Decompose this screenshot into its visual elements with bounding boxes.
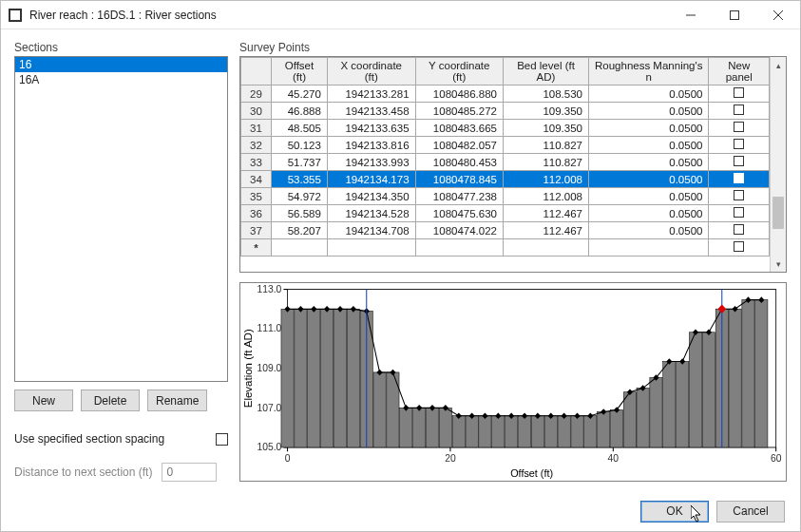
column-header[interactable]: Y coordinate (ft) xyxy=(415,58,503,86)
section-item[interactable]: 16A xyxy=(15,72,227,87)
profile-chart: 105.0107.0109.0111.0113.00204060Offset (… xyxy=(239,282,787,482)
sections-listbox[interactable]: 1616A xyxy=(14,56,228,382)
titlebar: River reach : 16DS.1 : River sections xyxy=(1,1,800,29)
svg-rect-38 xyxy=(452,416,465,447)
window-title: River reach : 16DS.1 : River sections xyxy=(29,9,669,22)
column-header[interactable]: New panel xyxy=(709,58,770,86)
table-row[interactable]: 3758.2071942134.7081080474.022112.4670.0… xyxy=(241,222,770,239)
svg-text:60: 60 xyxy=(771,452,782,464)
svg-text:113.0: 113.0 xyxy=(257,283,282,294)
ok-button[interactable]: OK xyxy=(640,501,709,522)
svg-rect-43 xyxy=(518,416,530,447)
scroll-down-icon[interactable]: ▾ xyxy=(771,256,786,272)
panel-checkbox[interactable] xyxy=(734,122,744,132)
svg-text:Offset (ft): Offset (ft) xyxy=(510,466,553,478)
svg-rect-44 xyxy=(531,416,544,447)
dialog-footer: OK Cancel xyxy=(1,491,800,531)
svg-text:Elevation (ft AD): Elevation (ft AD) xyxy=(243,329,255,408)
survey-table[interactable]: Offset (ft)X coordinate (ft)Y coordinate… xyxy=(240,57,770,256)
svg-text:20: 20 xyxy=(445,452,456,464)
rename-button[interactable]: Rename xyxy=(147,390,207,411)
distance-label: Distance to next section (ft) xyxy=(14,466,152,479)
svg-rect-35 xyxy=(413,408,426,447)
table-row[interactable]: 3351.7371942133.9931080480.453110.8270.0… xyxy=(241,154,770,171)
svg-rect-57 xyxy=(702,332,715,447)
column-header[interactable]: X coordinate (ft) xyxy=(327,58,415,86)
table-row[interactable]: 3046.8881942133.4581080485.272109.3500.0… xyxy=(241,103,770,120)
svg-rect-52 xyxy=(637,389,649,447)
maximize-button[interactable] xyxy=(713,1,756,28)
use-spacing-label: Use specified section spacing xyxy=(14,432,216,446)
svg-rect-1 xyxy=(731,10,739,19)
svg-rect-37 xyxy=(439,408,451,447)
svg-text:0: 0 xyxy=(285,452,291,464)
table-row[interactable]: 3148.5051942133.6351080483.665109.3500.0… xyxy=(241,120,770,137)
cancel-button[interactable]: Cancel xyxy=(716,501,785,522)
svg-rect-48 xyxy=(584,416,597,447)
table-row[interactable]: 3453.3551942134.1731080478.845112.0080.0… xyxy=(241,171,770,188)
column-header[interactable]: Bed level (ft AD) xyxy=(504,58,589,86)
distance-input: 0 xyxy=(162,463,217,482)
table-row[interactable]: 3656.5891942134.5281080475.630112.4670.0… xyxy=(241,205,770,222)
svg-rect-56 xyxy=(689,332,701,447)
svg-text:40: 40 xyxy=(608,452,620,464)
use-spacing-checkbox[interactable] xyxy=(216,433,228,446)
panel-checkbox[interactable] xyxy=(734,139,744,149)
svg-rect-55 xyxy=(677,361,689,446)
column-header[interactable]: Roughness Manning's n xyxy=(588,58,708,86)
minimize-button[interactable] xyxy=(669,1,713,28)
svg-rect-25 xyxy=(281,309,294,447)
svg-rect-54 xyxy=(663,361,676,446)
svg-rect-46 xyxy=(558,416,570,447)
panel-checkbox[interactable] xyxy=(734,190,744,200)
panel-checkbox[interactable] xyxy=(734,224,744,235)
new-button[interactable]: New xyxy=(14,390,73,411)
svg-rect-36 xyxy=(426,408,438,447)
column-header[interactable]: Offset (ft) xyxy=(272,58,328,86)
svg-text:107.0: 107.0 xyxy=(257,401,282,412)
delete-button[interactable]: Delete xyxy=(81,390,140,411)
svg-rect-41 xyxy=(492,416,505,447)
svg-rect-40 xyxy=(479,416,491,447)
svg-rect-29 xyxy=(334,309,346,447)
svg-rect-61 xyxy=(755,300,768,447)
close-button[interactable] xyxy=(756,1,800,28)
svg-rect-32 xyxy=(373,372,386,447)
table-row[interactable]: * xyxy=(241,239,770,256)
sections-panel: Sections 1616A New Delete Rename Use spe… xyxy=(14,41,228,482)
svg-rect-39 xyxy=(466,416,478,447)
table-scrollbar[interactable]: ▴ ▾ xyxy=(770,57,786,272)
column-header[interactable] xyxy=(241,58,272,86)
svg-rect-50 xyxy=(610,409,622,447)
dialog-window: River reach : 16DS.1 : River sections Se… xyxy=(0,0,801,532)
svg-rect-34 xyxy=(400,408,412,447)
panel-checkbox[interactable] xyxy=(734,156,744,166)
panel-checkbox[interactable] xyxy=(734,207,744,218)
panel-checkbox[interactable] xyxy=(734,241,744,252)
svg-rect-60 xyxy=(742,300,754,447)
app-icon xyxy=(9,9,22,22)
scroll-up-icon[interactable]: ▴ xyxy=(771,57,786,73)
survey-label: Survey Points xyxy=(239,41,787,54)
section-item[interactable]: 16 xyxy=(15,57,227,72)
survey-table-wrap: Offset (ft)X coordinate (ft)Y coordinate… xyxy=(239,56,787,273)
svg-text:109.0: 109.0 xyxy=(257,362,282,373)
svg-rect-28 xyxy=(321,309,334,447)
svg-text:105.0: 105.0 xyxy=(257,441,282,452)
table-row[interactable]: 2945.2701942133.2811080486.880108.5300.0… xyxy=(241,86,770,103)
scroll-thumb[interactable] xyxy=(772,197,784,229)
panel-checkbox[interactable] xyxy=(734,87,744,98)
panel-checkbox[interactable] xyxy=(734,104,744,115)
svg-rect-42 xyxy=(505,416,518,447)
table-row[interactable]: 3250.1231942133.8161080482.057110.8270.0… xyxy=(241,137,770,154)
svg-text:111.0: 111.0 xyxy=(257,322,282,333)
panel-checkbox[interactable] xyxy=(734,173,744,183)
svg-rect-49 xyxy=(598,412,610,447)
svg-rect-30 xyxy=(347,309,359,447)
svg-rect-53 xyxy=(650,378,662,447)
svg-rect-27 xyxy=(308,309,320,447)
survey-panel: Survey Points Offset (ft)X coordinate (f… xyxy=(239,41,787,482)
svg-rect-45 xyxy=(544,416,557,447)
svg-rect-26 xyxy=(295,309,307,447)
table-row[interactable]: 3554.9721942134.3501080477.238112.0080.0… xyxy=(241,188,770,205)
